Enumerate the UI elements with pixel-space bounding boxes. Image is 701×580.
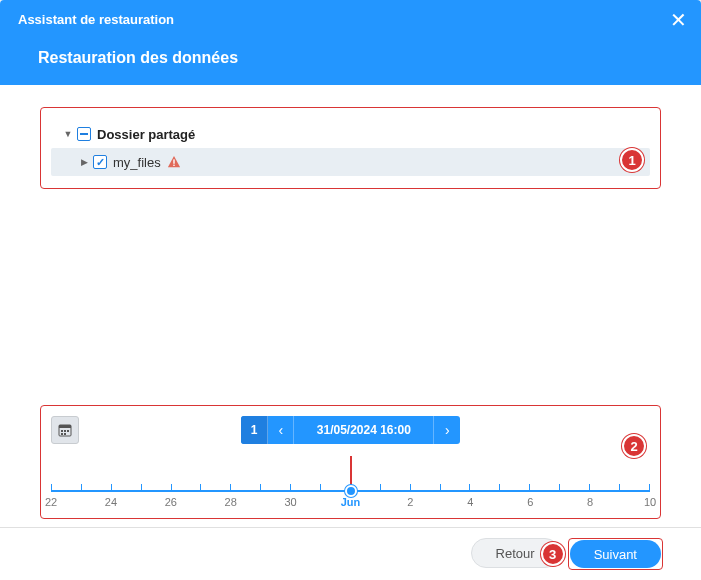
time-control: 1 ‹ 31/05/2024 16:00 › — [241, 416, 461, 444]
version-count[interactable]: 1 — [241, 416, 269, 444]
timeline-tick-label: 4 — [467, 496, 473, 508]
tree-label: Dossier partagé — [97, 127, 195, 142]
svg-rect-0 — [173, 159, 174, 163]
close-icon: ✕ — [670, 9, 687, 31]
prev-version-button[interactable]: ‹ — [268, 416, 294, 444]
dialog-title: Assistant de restauration — [18, 12, 683, 27]
timeline-tick-label: 8 — [587, 496, 593, 508]
timeline-tick-label: 26 — [165, 496, 177, 508]
timeline-header: 1 ‹ 31/05/2024 16:00 › — [51, 416, 650, 444]
svg-rect-4 — [61, 430, 63, 432]
svg-rect-7 — [61, 433, 63, 435]
timeline-tick-label: 30 — [284, 496, 296, 508]
svg-rect-8 — [64, 433, 66, 435]
calendar-icon — [58, 423, 72, 437]
timeline-tick-label: 2 — [407, 496, 413, 508]
source-tree-panel: 1 ▼ Dossier partagé ▶ my_files — [40, 107, 661, 189]
timeline-tick-label: Jun — [341, 496, 361, 508]
dialog-body: 1 ▼ Dossier partagé ▶ my_files 2 — [0, 85, 701, 527]
calendar-button[interactable] — [51, 416, 79, 444]
chevron-right-icon: › — [445, 422, 450, 438]
next-version-button[interactable]: › — [434, 416, 460, 444]
next-button-highlight: 3 Suivant — [568, 538, 663, 570]
timeline-tick-label: 10 — [644, 496, 656, 508]
spacer — [40, 199, 661, 395]
timeline-tick-label: 22 — [45, 496, 57, 508]
next-button[interactable]: Suivant — [570, 540, 661, 568]
chevron-right-icon[interactable]: ▶ — [77, 157, 91, 167]
annotation-callout-1: 1 — [620, 148, 644, 172]
dialog-header: Assistant de restauration Restauration d… — [0, 0, 701, 85]
annotation-callout-3: 3 — [541, 542, 565, 566]
chevron-down-icon[interactable]: ▼ — [61, 129, 75, 139]
tree-row-child[interactable]: ▶ my_files — [51, 148, 650, 176]
close-button[interactable]: ✕ — [670, 10, 687, 30]
checkbox-checked[interactable] — [93, 155, 107, 169]
tree-label: my_files — [113, 155, 161, 170]
restore-wizard-dialog: Assistant de restauration Restauration d… — [0, 0, 701, 580]
svg-rect-5 — [64, 430, 66, 432]
svg-rect-6 — [67, 430, 69, 432]
svg-rect-3 — [59, 425, 71, 428]
checkbox-partial[interactable] — [77, 127, 91, 141]
timeline-area[interactable]: 2224262830Jun246810 — [51, 456, 650, 512]
dialog-subtitle: Restauration des données — [38, 49, 683, 67]
timeline-labels: 2224262830Jun246810 — [51, 496, 650, 512]
chevron-left-icon: ‹ — [279, 422, 284, 438]
dialog-footer: Retour 3 Suivant — [0, 527, 701, 580]
warning-icon — [167, 155, 181, 169]
selected-datetime: 31/05/2024 16:00 — [294, 416, 434, 444]
timeline-panel: 2 1 ‹ 31/05/2024 16:00 — [40, 405, 661, 519]
timeline-tick-label: 28 — [225, 496, 237, 508]
tree-row-root[interactable]: ▼ Dossier partagé — [51, 120, 650, 148]
timeline-tick-label: 24 — [105, 496, 117, 508]
svg-rect-1 — [173, 165, 174, 166]
timeline-tick-label: 6 — [527, 496, 533, 508]
